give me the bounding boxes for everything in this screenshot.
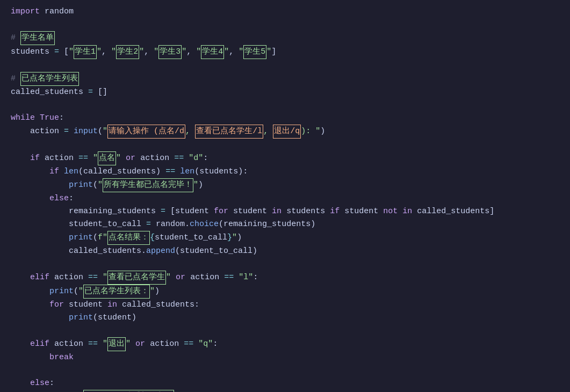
code-line-blank-3 — [11, 99, 559, 112]
code-line-blank-7 — [11, 364, 559, 377]
code-line-blank-6 — [11, 324, 559, 337]
comment-chinese-2: 已点名学生列表 — [20, 72, 79, 86]
code-line-blank-4 — [11, 139, 559, 151]
code-line-elif-view: elif action == "查看已点名学生" or action == "l… — [11, 271, 559, 285]
code-line-elif-quit: elif action == "退出" or action == "q" : — [11, 337, 559, 351]
code-line-called-students: called_students = [] — [11, 86, 559, 99]
code-line-blank-5 — [11, 258, 559, 271]
code-line-comment-2: # 已点名学生列表 — [11, 72, 559, 86]
code-line-break: break — [11, 351, 559, 364]
code-line-append: called_students . append ( student_to_ca… — [11, 245, 559, 258]
code-line-print-list: print ( "已点名学生列表：" ) — [11, 285, 559, 299]
code-line-blank-1 — [11, 18, 559, 31]
code-editor: import random # 学生名单 students = [ "学生1" … — [0, 0, 570, 392]
code-line-remaining: remaining_students = [ student for stude… — [11, 205, 559, 218]
code-line-1: import random — [11, 5, 559, 18]
code-line-if-len: if len ( called_students ) == len ( stud… — [11, 165, 559, 178]
code-line-print-invalid: print ( "无效操作，请重新输入。" ) — [11, 390, 559, 392]
code-line-student-to-call: student_to_call = random . choice ( rema… — [11, 218, 559, 231]
code-line-else-2: else : — [11, 377, 559, 390]
code-line-else-1: else : — [11, 192, 559, 205]
code-line-for: for student in called_students : — [11, 299, 559, 311]
code-line-action-input: action = input ( "请输入操作 (点名/d, 查看已点名学生/l… — [11, 125, 559, 139]
comment-chinese-1: 学生名单 — [20, 31, 55, 45]
code-line-blank-2 — [11, 59, 559, 72]
code-line-while: while True : — [11, 112, 559, 125]
code-line-print-result: print ( f"点名结果：{student_to_call}" ) — [11, 231, 559, 245]
code-line-if-action: if action == "点名" or action == "d" : — [11, 151, 559, 165]
code-line-students: students = [ "学生1" , "学生2" , "学生3" , "学生… — [11, 45, 559, 59]
code-line-print-student: print ( student ) — [11, 311, 559, 324]
code-line-print-all-done: print ( "所有学生都已点名完毕！" ) — [11, 178, 559, 192]
code-line-comment-1: # 学生名单 — [11, 31, 559, 45]
keyword-import: import — [11, 5, 40, 18]
